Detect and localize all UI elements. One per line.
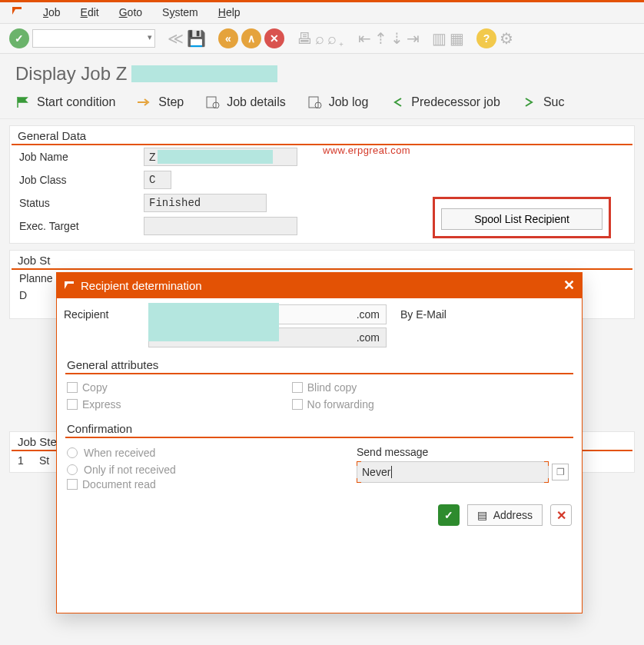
command-field[interactable]: ▾ bbox=[32, 29, 155, 48]
menu-help[interactable]: Help bbox=[218, 6, 241, 18]
job-name-label: Job Name bbox=[19, 151, 134, 163]
recipient-type-label: By E-Mail bbox=[400, 308, 446, 321]
express-checkbox[interactable]: Express bbox=[67, 398, 121, 411]
first-page-icon[interactable]: ⇤ bbox=[358, 29, 371, 48]
ok-icon[interactable]: ✓ bbox=[9, 28, 29, 48]
send-message-label: Send message bbox=[357, 444, 572, 461]
document-read-checkbox[interactable]: Document read bbox=[67, 478, 357, 490]
log-icon bbox=[307, 95, 323, 109]
redacted-title-icon bbox=[131, 65, 277, 82]
general-data-panel: General Data Job Name Z Job Class C Stat… bbox=[9, 125, 635, 244]
prev-page-icon[interactable]: ⇡ bbox=[374, 29, 387, 48]
find-icon[interactable]: ⌕ bbox=[315, 30, 324, 48]
copy-checkbox[interactable]: Copy bbox=[67, 381, 108, 394]
send-message-field[interactable]: Never bbox=[357, 461, 549, 483]
dialog-title-icon bbox=[64, 279, 75, 292]
command-input[interactable] bbox=[32, 29, 155, 48]
menubar: Job Edit Goto System Help bbox=[0, 2, 644, 23]
exec-target-field[interactable] bbox=[144, 217, 297, 235]
layout-icon[interactable]: ▦ bbox=[450, 29, 464, 48]
job-log-button[interactable]: Job log bbox=[307, 95, 369, 109]
dialog-title: Recipient determination bbox=[81, 279, 202, 292]
spool-highlight-box: Spool List Recipient bbox=[433, 197, 611, 238]
exit-icon[interactable]: ∧ bbox=[241, 28, 261, 48]
job-details-button[interactable]: Job details bbox=[205, 95, 286, 109]
job-name-field[interactable]: Z bbox=[144, 148, 297, 166]
step-icon bbox=[137, 95, 152, 109]
page-title: Display Job Z bbox=[0, 54, 644, 89]
details-icon bbox=[205, 95, 221, 109]
system-toolbar: ✓ ▾ ≪ 💾 « ∧ ✕ 🖶 ⌕ ⌕₊ ⇤ ⇡ ⇣ ⇥ ▥ ▦ ? ⚙ bbox=[0, 23, 644, 54]
menu-job[interactable]: Job bbox=[43, 6, 61, 18]
close-icon[interactable]: ✕ bbox=[563, 277, 575, 294]
spool-list-recipient-button[interactable]: Spool List Recipient bbox=[441, 208, 603, 230]
last-page-icon[interactable]: ⇥ bbox=[407, 29, 420, 48]
predecessor-icon bbox=[390, 95, 405, 109]
chevron-down-icon[interactable]: ▾ bbox=[148, 32, 152, 42]
print-icon[interactable]: 🖶 bbox=[297, 30, 312, 48]
job-class-field[interactable]: C bbox=[144, 171, 171, 189]
general-data-header: General Data bbox=[12, 126, 632, 145]
job-class-label: Job Class bbox=[19, 174, 134, 186]
no-forwarding-checkbox[interactable]: No forwarding bbox=[292, 398, 374, 411]
sap-logo-icon bbox=[11, 5, 23, 18]
start-condition-button[interactable]: Start condition bbox=[15, 95, 115, 109]
cancel-button[interactable]: ✕ bbox=[550, 504, 572, 526]
menu-edit[interactable]: Edit bbox=[81, 6, 99, 18]
flag-icon bbox=[15, 95, 31, 109]
recipient-dialog: Recipient determination ✕ Recipient .com… bbox=[56, 272, 583, 613]
cancel-icon[interactable]: ✕ bbox=[264, 28, 284, 48]
when-received-radio[interactable]: When received bbox=[67, 444, 357, 461]
recipient-label: Recipient bbox=[64, 308, 148, 321]
find-next-icon[interactable]: ⌕₊ bbox=[327, 30, 346, 48]
menu-system[interactable]: System bbox=[162, 6, 198, 18]
exec-target-label: Exec. Target bbox=[19, 220, 134, 232]
help-icon[interactable]: ? bbox=[476, 28, 496, 48]
back-double-icon[interactable]: « bbox=[218, 28, 238, 48]
watermark: www.erpgreat.com bbox=[323, 145, 410, 156]
predecessor-button[interactable]: Predecessor job bbox=[390, 95, 500, 109]
address-book-icon: ▤ bbox=[477, 509, 487, 521]
status-label: Status bbox=[19, 197, 134, 209]
status-field: Finished bbox=[144, 194, 267, 212]
next-page-icon[interactable]: ⇣ bbox=[390, 29, 403, 48]
ok-button[interactable]: ✓ bbox=[438, 504, 460, 526]
new-session-icon[interactable]: ▥ bbox=[432, 29, 446, 48]
step-button[interactable]: Step bbox=[137, 95, 184, 109]
confirmation-header: Confirmation bbox=[65, 422, 573, 438]
menu-goto[interactable]: Goto bbox=[119, 6, 142, 18]
only-if-not-received-radio[interactable]: Only if not received bbox=[67, 461, 357, 478]
successor-button[interactable]: Suc bbox=[522, 95, 565, 109]
successor-icon bbox=[522, 95, 537, 109]
general-attributes-header: General attributes bbox=[65, 358, 573, 374]
save-icon[interactable]: 💾 bbox=[187, 29, 206, 48]
app-toolbar: Start condition Step Job details Job log… bbox=[0, 89, 644, 119]
copy-dialog-icon[interactable]: ❐ bbox=[552, 464, 569, 480]
address-button[interactable]: ▤ Address bbox=[467, 504, 543, 526]
customize-icon[interactable]: ⚙ bbox=[500, 29, 513, 48]
dialog-footer: ✓ ▤ Address ✕ bbox=[56, 497, 583, 534]
job-start-header: Job St bbox=[12, 251, 632, 270]
back-icon[interactable]: ≪ bbox=[168, 29, 184, 48]
redacted-recipient-icon bbox=[148, 303, 279, 341]
blind-copy-checkbox[interactable]: Blind copy bbox=[292, 381, 357, 394]
dialog-titlebar: Recipient determination ✕ bbox=[56, 272, 583, 298]
